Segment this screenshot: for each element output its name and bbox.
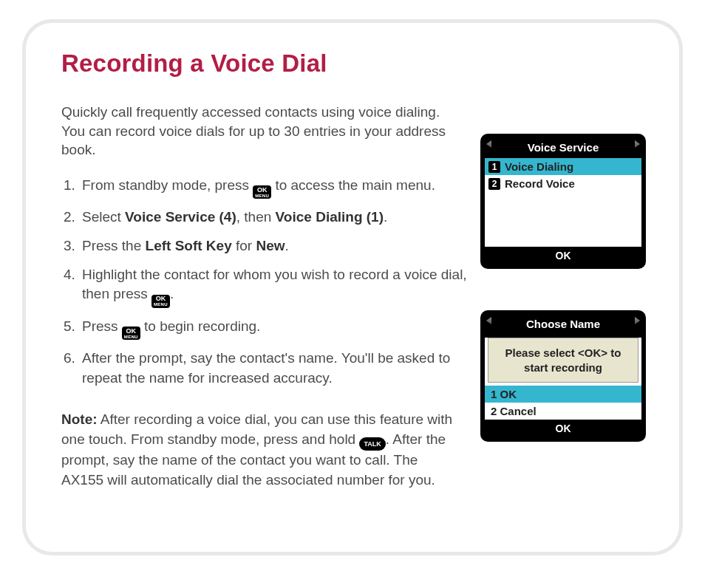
- step-1-text-b: to access the main menu.: [271, 177, 435, 193]
- step-3-text-a: Press the: [82, 238, 146, 253]
- ok-menu-key-icon: OKMENU: [253, 185, 271, 199]
- phone1-item-2: 2 Record Voice: [485, 175, 641, 192]
- phone2-item-1: 1 OK: [485, 386, 641, 403]
- ok-text: OK: [126, 328, 137, 335]
- step-2-text-a: Select: [82, 209, 125, 225]
- note-block: Note: After recording a voice dial, you …: [61, 410, 453, 490]
- step-4-text-b: .: [170, 286, 174, 301]
- menu-text: MENU: [255, 194, 269, 198]
- phone-screen-choose-name: Choose Name Please select <OK> to start …: [480, 310, 646, 442]
- page-frame: Recording a Voice Dial Quickly call freq…: [22, 19, 683, 555]
- step-5-text-b: to begin recording.: [140, 318, 261, 334]
- phone-screen-voice-service: Voice Service 1 Voice Dialing 2 Record V…: [480, 134, 646, 269]
- step-5-text-a: Press: [82, 318, 122, 334]
- step-1-text-a: From standby mode, press: [82, 177, 253, 193]
- phone1-body: 1 Voice Dialing 2 Record Voice: [485, 158, 641, 247]
- intro-text: Quickly call frequently accessed contact…: [61, 103, 446, 160]
- phone2-item-2: 2 Cancel: [485, 403, 641, 420]
- phone2-footer: OK: [485, 420, 641, 437]
- step-3-bold-2: New: [256, 238, 285, 253]
- step-2-bold-2: Voice Dialing (1): [276, 209, 384, 225]
- step-1: From standby mode, press OKMENU to acces…: [79, 176, 471, 199]
- phone1-item-2-num: 2: [488, 178, 500, 190]
- step-2-text-e: .: [384, 209, 387, 225]
- step-3-bold-1: Left Soft Key: [146, 238, 232, 253]
- ok-text: OK: [257, 187, 268, 194]
- note-label: Note:: [61, 411, 98, 427]
- phone2-prompt: Please select <OK> to start recording: [488, 338, 638, 383]
- step-6: After the prompt, say the contact's name…: [79, 349, 471, 388]
- step-5: Press OKMENU to begin recording.: [79, 317, 471, 341]
- phone1-item-1-label: Voice Dialing: [505, 160, 573, 173]
- phone1-item-1-num: 1: [488, 161, 500, 173]
- menu-text: MENU: [124, 335, 138, 339]
- ok-menu-key-icon: OKMENU: [122, 327, 140, 340]
- step-4-text-a: Highlight the contact for whom you wish …: [82, 267, 467, 302]
- page-inner: Recording a Voice Dial Quickly call freq…: [26, 23, 679, 552]
- step-3: Press the Left Soft Key for New.: [79, 236, 471, 256]
- steps-list: From standby mode, press OKMENU to acces…: [61, 176, 471, 388]
- step-2: Select Voice Service (4), then Voice Dia…: [79, 208, 471, 228]
- menu-text: MENU: [154, 302, 168, 307]
- step-2-text-c: , then: [236, 209, 276, 225]
- phone1-item-1: 1 Voice Dialing: [485, 158, 641, 175]
- phone2-body: Please select <OK> to start recording 1 …: [485, 338, 641, 420]
- phone-screenshots: Voice Service 1 Voice Dialing 2 Record V…: [480, 134, 647, 483]
- talk-key-icon: TALK: [359, 437, 385, 451]
- ok-menu-key-icon: OKMENU: [151, 295, 170, 308]
- phone2-title: Choose Name: [485, 315, 641, 335]
- ok-text: OK: [156, 295, 166, 302]
- step-3-text-e: .: [285, 238, 289, 253]
- phone1-title: Voice Service: [485, 138, 641, 158]
- phone1-footer: OK: [485, 247, 641, 264]
- step-4: Highlight the contact for whom you wish …: [79, 265, 471, 308]
- page-title: Recording a Voice Dial: [61, 49, 644, 78]
- phone1-item-2-label: Record Voice: [505, 177, 575, 190]
- step-3-text-c: for: [232, 238, 256, 253]
- step-2-bold-1: Voice Service (4): [125, 209, 236, 225]
